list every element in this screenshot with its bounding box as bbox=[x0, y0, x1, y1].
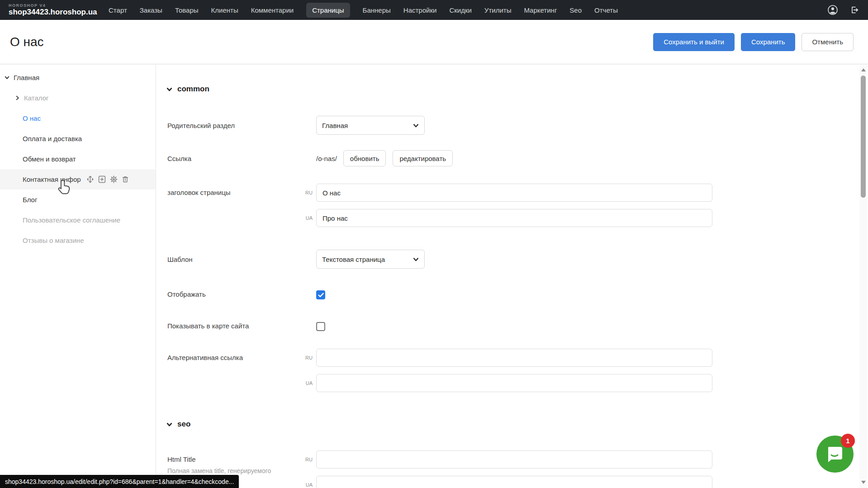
display-row: Отображать bbox=[167, 289, 325, 299]
lang-badge-ru: RU bbox=[301, 450, 313, 469]
menu-item-orders[interactable]: Заказы bbox=[140, 6, 162, 14]
menu-item-start[interactable]: Старт bbox=[109, 6, 127, 14]
save-button[interactable]: Сохранить bbox=[741, 33, 796, 51]
page-title-ua-input[interactable] bbox=[316, 209, 712, 227]
chevron-down-icon bbox=[413, 256, 419, 262]
tree-item-label: Оплата и доставка bbox=[23, 135, 82, 142]
menu-item-banners[interactable]: Баннеры bbox=[363, 6, 391, 14]
navbar-right bbox=[827, 5, 868, 15]
parent-section-select[interactable]: Главная bbox=[316, 116, 425, 135]
page-header: О нас Сохранить и выйти Сохранить Отмени… bbox=[0, 20, 868, 64]
tree-item-kontaktnaya[interactable]: Контактная инфор bbox=[0, 169, 156, 190]
tree-item-o-nas[interactable]: О нас bbox=[0, 108, 156, 128]
field-label: Html Title Полная замена title, генериру… bbox=[167, 450, 301, 474]
select-value: Текстовая страница bbox=[322, 256, 385, 263]
tree-item-glavnaya[interactable]: Главная bbox=[0, 67, 156, 88]
menu-item-discounts[interactable]: Скидки bbox=[449, 6, 471, 14]
html-title-ru-input[interactable] bbox=[316, 450, 712, 469]
app-window: HOROSHOP V4 shop34423.horoshop.ua Старт … bbox=[0, 0, 868, 488]
tree-item-blog[interactable]: Блог bbox=[0, 190, 156, 210]
sitemap-checkbox[interactable] bbox=[316, 322, 325, 331]
tree-item-label: О нас bbox=[23, 114, 41, 122]
cancel-button[interactable]: Отменить bbox=[802, 33, 854, 51]
tree-item-otzyvy[interactable]: Отзывы о магазине bbox=[0, 230, 156, 251]
html-title-ua-input[interactable] bbox=[316, 476, 712, 488]
field-label: Отображать bbox=[167, 289, 301, 298]
tree-item-soglashenie[interactable]: Пользовательское соглашение bbox=[0, 210, 156, 230]
tree-item-label: Обмен и возврат bbox=[23, 155, 76, 163]
tree-item-label: Каталог bbox=[24, 94, 49, 102]
chevron-down-icon bbox=[166, 422, 172, 427]
tree-item-label: Пользовательское соглашение bbox=[23, 216, 120, 224]
chevron-down-icon bbox=[166, 86, 172, 92]
template-select[interactable]: Текстовая страница bbox=[316, 250, 425, 269]
tree-item-label: Главная bbox=[14, 74, 39, 81]
scrollbar-thumb[interactable] bbox=[861, 76, 866, 198]
tree-item-actions bbox=[86, 175, 129, 183]
page-title-ru-input[interactable] bbox=[316, 184, 712, 202]
section-common[interactable]: common bbox=[166, 85, 209, 94]
page-title: О нас bbox=[10, 35, 44, 49]
body-area: Главная Каталог О нас Оплата и доставка … bbox=[0, 64, 868, 488]
field-label: Шаблон bbox=[167, 256, 301, 263]
page-title-row: заголовок страницы RU UA bbox=[167, 184, 712, 227]
header-buttons: Сохранить и выйти Сохранить Отменить bbox=[653, 33, 854, 51]
logout-icon[interactable] bbox=[849, 5, 860, 15]
pages-tree-sidebar: Главная Каталог О нас Оплата и доставка … bbox=[0, 64, 156, 488]
field-label: заголовок страницы bbox=[167, 184, 301, 196]
menu-item-seo[interactable]: Seo bbox=[569, 6, 582, 14]
move-icon[interactable] bbox=[86, 175, 94, 183]
tree-item-katalog[interactable]: Каталог bbox=[0, 88, 156, 108]
save-and-exit-button[interactable]: Сохранить и выйти bbox=[653, 33, 735, 51]
alt-link-ua-input[interactable] bbox=[316, 374, 712, 392]
delete-trash-icon[interactable] bbox=[122, 175, 129, 183]
lang-badge-ua: UA bbox=[301, 374, 313, 392]
chat-widget-button[interactable]: 1 bbox=[816, 436, 854, 473]
display-checkbox[interactable] bbox=[316, 290, 325, 299]
link-preview-statusbar: shop34423.horoshop.ua/edit/edit.php?id=6… bbox=[0, 475, 239, 488]
section-seo[interactable]: seo bbox=[166, 420, 190, 429]
main-menu: Старт Заказы Товары Клиенты Комментарии … bbox=[109, 0, 618, 20]
menu-item-clients[interactable]: Клиенты bbox=[211, 6, 238, 14]
sitemap-row: Показывать в карте сайта bbox=[167, 321, 325, 331]
vertical-scrollbar[interactable] bbox=[859, 64, 867, 488]
tree-item-obmen[interactable]: Обмен и возврат bbox=[0, 149, 156, 169]
parent-section-row: Родительский раздел Главная bbox=[167, 116, 425, 135]
chevron-right-icon[interactable] bbox=[15, 95, 20, 100]
alt-link-row: Альтернативная ссылка RU UA bbox=[167, 349, 712, 392]
alt-link-ru-input[interactable] bbox=[316, 349, 712, 367]
lang-badge-ru: RU bbox=[301, 349, 313, 367]
section-label: common bbox=[177, 85, 209, 94]
refresh-link-button[interactable]: обновить bbox=[343, 150, 386, 166]
logo[interactable]: HOROSHOP V4 shop34423.horoshop.ua bbox=[9, 4, 97, 16]
html-title-row: Html Title Полная замена title, генериру… bbox=[167, 450, 712, 488]
menu-item-utilities[interactable]: Утилиты bbox=[484, 6, 512, 14]
scroll-up-arrow-icon[interactable] bbox=[861, 68, 866, 71]
chevron-down-icon[interactable] bbox=[5, 75, 9, 80]
add-page-icon[interactable] bbox=[98, 175, 106, 183]
tree-item-oplata[interactable]: Оплата и доставка bbox=[0, 128, 156, 149]
menu-item-products[interactable]: Товары bbox=[175, 6, 199, 14]
template-row: Шаблон Текстовая страница bbox=[167, 250, 425, 269]
field-hint: Полная замена title, генерируемого bbox=[167, 467, 301, 474]
check-icon bbox=[318, 293, 324, 298]
edit-link-button[interactable]: редактировать bbox=[393, 150, 453, 166]
select-value: Главная bbox=[322, 122, 348, 129]
scroll-down-arrow-icon[interactable] bbox=[861, 481, 866, 484]
chevron-down-icon bbox=[413, 123, 419, 128]
chat-bubble-icon bbox=[825, 445, 844, 463]
settings-gear-icon[interactable] bbox=[110, 175, 118, 183]
menu-item-pages[interactable]: Страницы bbox=[306, 3, 350, 18]
field-label: Показывать в карте сайта bbox=[167, 321, 301, 330]
field-label: Альтернативная ссылка bbox=[167, 349, 301, 361]
menu-item-comments[interactable]: Комментарии bbox=[251, 6, 294, 14]
field-label: Родительский раздел bbox=[167, 122, 301, 129]
account-icon[interactable] bbox=[827, 5, 838, 15]
section-label: seo bbox=[177, 420, 190, 429]
link-row: Ссылка /o-nas/ обновить редактировать bbox=[167, 150, 453, 166]
field-label: Ссылка bbox=[167, 155, 301, 162]
menu-item-reports[interactable]: Отчеты bbox=[594, 6, 618, 14]
menu-item-marketing[interactable]: Маркетинг bbox=[524, 6, 557, 14]
lang-badge-ua: UA bbox=[301, 476, 313, 488]
menu-item-settings[interactable]: Настройки bbox=[403, 6, 437, 14]
